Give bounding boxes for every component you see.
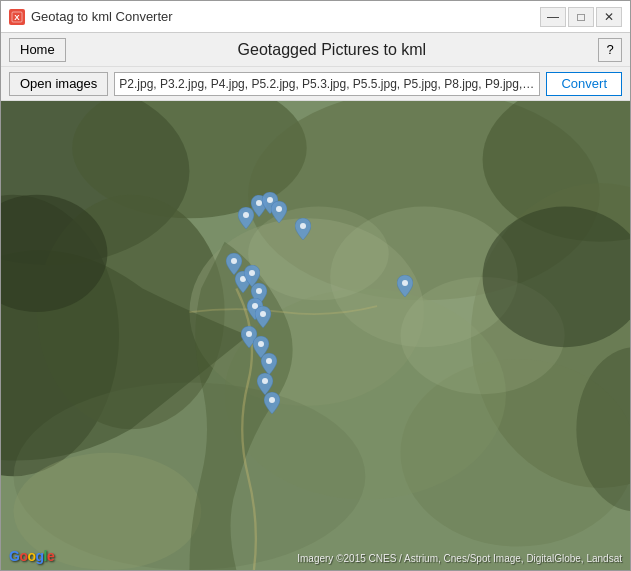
- svg-point-29: [256, 288, 262, 294]
- svg-point-24: [276, 206, 282, 212]
- map-pin: [397, 275, 413, 297]
- map-pin: [295, 218, 311, 240]
- svg-point-34: [266, 358, 272, 364]
- help-button[interactable]: ?: [598, 38, 622, 62]
- title-bar: X Geotag to kml Converter — □ ✕: [1, 1, 630, 33]
- open-images-button[interactable]: Open images: [9, 72, 108, 96]
- close-button[interactable]: ✕: [596, 7, 622, 27]
- map-area[interactable]: Google Imagery ©2015 CNES / Astrium, Cne…: [1, 101, 630, 570]
- svg-point-36: [269, 397, 275, 403]
- svg-text:X: X: [14, 13, 20, 22]
- svg-point-28: [249, 270, 255, 276]
- svg-point-21: [243, 212, 249, 218]
- svg-point-26: [231, 258, 237, 264]
- map-attribution: Imagery ©2015 CNES / Astrium, Cnes/Spot …: [297, 553, 622, 564]
- app-icon: X: [9, 9, 25, 25]
- map-pin: [271, 201, 287, 223]
- window-title: Geotag to kml Converter: [31, 9, 534, 24]
- window-controls: — □ ✕: [540, 7, 622, 27]
- svg-point-35: [262, 378, 268, 384]
- maximize-button[interactable]: □: [568, 7, 594, 27]
- minimize-button[interactable]: —: [540, 7, 566, 27]
- app-window: X Geotag to kml Converter — □ ✕ Home Geo…: [0, 0, 631, 571]
- toolbar: Open images P2.jpg, P3.2.jpg, P4.jpg, P5…: [1, 67, 630, 101]
- map-pin: [264, 392, 280, 414]
- file-list: P2.jpg, P3.2.jpg, P4.jpg, P5.2.jpg, P5.3…: [114, 72, 540, 96]
- svg-point-25: [300, 223, 306, 229]
- page-title: Geotagged Pictures to kml: [74, 41, 590, 59]
- svg-point-31: [260, 311, 266, 317]
- map-pin: [255, 306, 271, 328]
- convert-button[interactable]: Convert: [546, 72, 622, 96]
- map-pins-container: [1, 101, 630, 570]
- svg-point-22: [256, 200, 262, 206]
- menu-bar: Home Geotagged Pictures to kml ?: [1, 33, 630, 67]
- svg-point-33: [258, 341, 264, 347]
- svg-point-37: [402, 280, 408, 286]
- map-pin: [261, 353, 277, 375]
- svg-point-32: [246, 331, 252, 337]
- google-logo: Google: [9, 548, 54, 564]
- home-button[interactable]: Home: [9, 38, 66, 62]
